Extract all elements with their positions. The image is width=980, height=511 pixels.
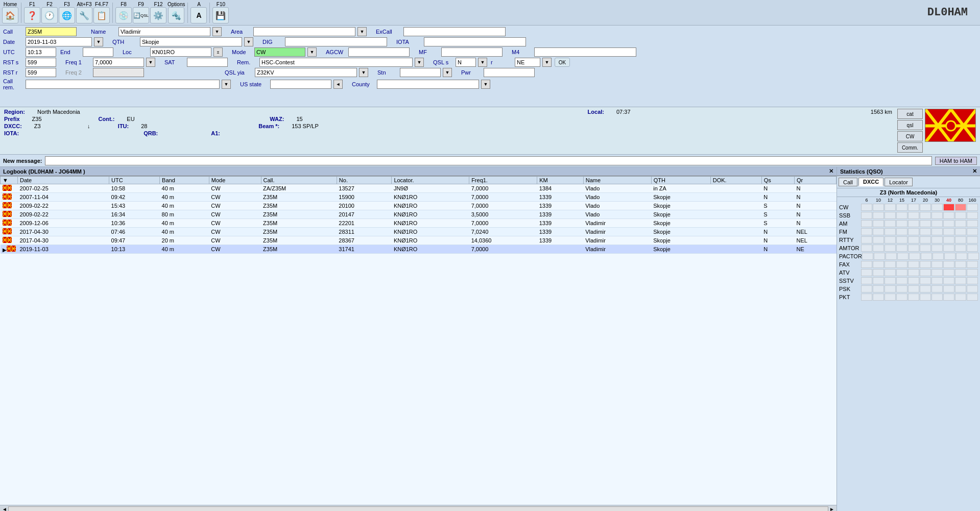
a-icon[interactable]: A bbox=[190, 7, 207, 23]
stats-close-icon[interactable]: ✕ bbox=[972, 168, 977, 175]
menu-a[interactable]: A A bbox=[190, 2, 207, 23]
col-qs[interactable]: Qs bbox=[761, 177, 794, 184]
qslr-dropdown[interactable]: ▼ bbox=[542, 58, 552, 67]
col-name[interactable]: Name bbox=[583, 177, 651, 184]
cw-button[interactable]: CW bbox=[897, 131, 923, 141]
col-band[interactable]: Band bbox=[160, 177, 209, 184]
message-input[interactable] bbox=[45, 156, 931, 165]
qslvia-input[interactable] bbox=[255, 68, 357, 77]
end-input[interactable] bbox=[83, 47, 113, 57]
qth-input[interactable] bbox=[140, 37, 242, 46]
date-input[interactable] bbox=[26, 37, 92, 46]
loc-btn[interactable]: ± bbox=[213, 47, 223, 57]
col-call[interactable]: Call. bbox=[261, 177, 337, 184]
table-row[interactable]: 2017-04-3009:4720 mCWZ35M28367KNØ1RO14,0… bbox=[1, 236, 836, 245]
f8-icon[interactable]: 💿 bbox=[115, 7, 132, 23]
logbook-scroll[interactable]: ▼ Date UTC Band Mode Call. No. Locator. … bbox=[0, 176, 836, 505]
freq2-input[interactable] bbox=[93, 68, 144, 77]
f1-icon[interactable]: ❓ bbox=[24, 7, 40, 23]
rstr-input[interactable] bbox=[26, 68, 56, 77]
col-freq1[interactable]: Freq1. bbox=[469, 177, 537, 184]
table-row[interactable]: 2009-02-2216:3480 mCWZ35M20147KNØ1RO3,50… bbox=[1, 210, 836, 219]
mode-dropdown[interactable]: ▼ bbox=[307, 47, 317, 57]
table-row[interactable]: 2017-04-3007:4640 mCWZ35M28311KNØ1RO7,02… bbox=[1, 228, 836, 236]
col-locator[interactable]: Locator. bbox=[392, 177, 469, 184]
scroll-left-icon[interactable]: ◄ bbox=[2, 506, 7, 512]
menu-f3[interactable]: F3 🌐 bbox=[59, 2, 75, 23]
ham-to-ham-button[interactable]: HAM to HAM bbox=[935, 157, 977, 165]
f9-icon-qsl[interactable]: 🔄QSL bbox=[133, 7, 149, 23]
name-input[interactable] bbox=[118, 27, 210, 36]
sat-input[interactable] bbox=[187, 58, 228, 67]
menu-home[interactable]: Home 🏠 bbox=[2, 2, 18, 23]
qslvia-dropdown[interactable]: ▼ bbox=[359, 68, 368, 77]
usstate-dropdown[interactable]: ◄ bbox=[333, 80, 343, 89]
comm-button[interactable]: Comm. bbox=[897, 142, 923, 153]
freq1-input[interactable] bbox=[93, 58, 144, 67]
col-dok[interactable]: DOK. bbox=[710, 177, 761, 184]
logbook-hscroll[interactable]: ◄ ► bbox=[0, 505, 836, 511]
name-dropdown[interactable]: ▼ bbox=[212, 27, 222, 36]
scroll-right-icon[interactable]: ► bbox=[829, 506, 834, 512]
table-row[interactable]: 2009-02-2215:4340 mCWZ35M20100KNØ1RO7,00… bbox=[1, 202, 836, 210]
rem-dropdown[interactable]: ▼ bbox=[415, 58, 424, 67]
col-qth[interactable]: QTH bbox=[651, 177, 710, 184]
callrem-input[interactable] bbox=[26, 80, 220, 89]
cat-button[interactable]: cat bbox=[897, 109, 923, 119]
agcw-input[interactable] bbox=[348, 47, 410, 57]
qsls-dropdown[interactable]: ▼ bbox=[478, 58, 487, 67]
pwr-input[interactable] bbox=[484, 68, 535, 77]
date-dropdown[interactable]: ▼ bbox=[94, 37, 103, 46]
table-row[interactable]: 2007-02-2510:5840 mCWZA/Z35M13527JN9Ø7,0… bbox=[1, 184, 836, 193]
altf3-icon[interactable]: 🔧 bbox=[76, 7, 92, 23]
menu-f12[interactable]: F12 ⚙️ bbox=[150, 2, 166, 23]
usstate-input[interactable] bbox=[270, 80, 331, 89]
options-icon[interactable]: 🔩 bbox=[168, 7, 184, 23]
county-dropdown[interactable]: ▼ bbox=[481, 80, 490, 89]
utc-input[interactable] bbox=[26, 47, 56, 57]
freq1-dropdown[interactable]: ▼ bbox=[146, 58, 155, 67]
dig-input[interactable] bbox=[285, 37, 387, 46]
qslr-input[interactable] bbox=[515, 58, 540, 67]
col-qr[interactable]: Qr bbox=[794, 177, 836, 184]
qth-dropdown[interactable]: ▼ bbox=[244, 37, 253, 46]
col-mode[interactable]: Mode bbox=[209, 177, 261, 184]
area-dropdown[interactable]: ▼ bbox=[357, 27, 367, 36]
mf-input[interactable] bbox=[441, 47, 503, 57]
table-row[interactable]: 2009-12-0610:3640 mCWZ35M22201KNØ1RO7,00… bbox=[1, 219, 836, 228]
col-no[interactable]: No. bbox=[337, 177, 392, 184]
tab-dxcc[interactable]: DXCC bbox=[858, 178, 883, 186]
menu-f10[interactable]: F10 💾 bbox=[212, 2, 229, 23]
stn-input[interactable] bbox=[400, 68, 441, 77]
col-date[interactable]: Date bbox=[18, 177, 109, 184]
ok-button[interactable]: OK bbox=[555, 58, 570, 67]
col-km[interactable]: KM bbox=[537, 177, 584, 184]
stn-dropdown[interactable]: ▼ bbox=[443, 68, 452, 77]
col-utc[interactable]: UTC bbox=[109, 177, 160, 184]
hscroll-track[interactable] bbox=[8, 506, 828, 511]
menu-f8[interactable]: F8 💿 bbox=[115, 2, 132, 23]
callrem-dropdown[interactable]: ▼ bbox=[222, 80, 231, 89]
m4-input[interactable] bbox=[534, 47, 636, 57]
f12-icon[interactable]: ⚙️ bbox=[150, 7, 166, 23]
table-row[interactable]: ▶ 2019-11-0310:1340 mCWZ35M31741KNØ1RO7,… bbox=[1, 245, 836, 254]
home-icon[interactable]: 🏠 bbox=[2, 7, 18, 23]
rsts-input[interactable] bbox=[26, 58, 56, 67]
qsls-input[interactable] bbox=[456, 58, 476, 67]
area-input[interactable] bbox=[253, 27, 355, 36]
tab-locator[interactable]: Locator bbox=[885, 178, 913, 186]
menu-f4f7[interactable]: F4.F7 📋 bbox=[93, 2, 110, 23]
county-input[interactable] bbox=[377, 80, 479, 89]
menu-f2[interactable]: F2 🕐 bbox=[41, 2, 58, 23]
tab-call[interactable]: Call bbox=[839, 178, 857, 186]
loc-input[interactable] bbox=[150, 47, 211, 57]
f3-icon[interactable]: 🌐 bbox=[59, 7, 75, 23]
table-row[interactable]: 2007-11-0409:4240 mCWZ35M15900KNØ1RO7,00… bbox=[1, 193, 836, 202]
f2-icon[interactable]: 🕐 bbox=[41, 7, 58, 23]
call-input[interactable] bbox=[26, 27, 77, 36]
rem-input[interactable] bbox=[259, 58, 413, 67]
f10-icon[interactable]: 💾 bbox=[212, 7, 229, 23]
menu-f1[interactable]: F1 ❓ bbox=[24, 2, 40, 23]
excall-input[interactable] bbox=[403, 27, 506, 36]
qsl-button[interactable]: qsl bbox=[897, 120, 923, 130]
